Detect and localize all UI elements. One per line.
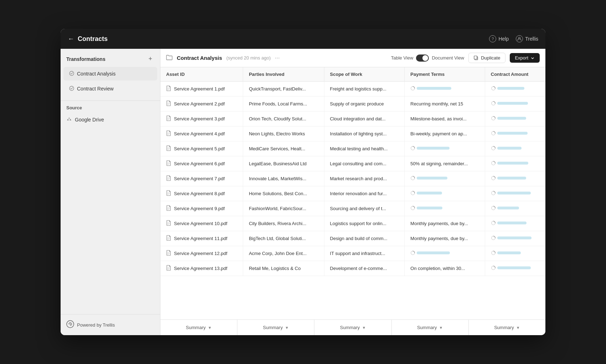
sidebar-item-contract-analysis[interactable]: Contract Analysis ···: [63, 67, 157, 80]
asset-id-text: Service Agreement 7.pdf: [174, 176, 225, 181]
loading-amount: [491, 116, 526, 121]
cell-asset-id: Service Agreement 12.pdf: [160, 246, 243, 261]
summary-scope[interactable]: Summary ▼: [314, 320, 391, 335]
summary-amount[interactable]: Summary ▼: [469, 320, 545, 335]
app-title: Contracts: [78, 35, 108, 43]
user-menu[interactable]: Trellis: [516, 35, 538, 42]
spinner-icon: [410, 250, 415, 255]
loading-payment: [410, 146, 450, 151]
file-icon: [166, 145, 171, 152]
cell-payment: On completion, within 30...: [405, 261, 485, 276]
content-area: Contract Analysis (synced 20 mins ago) ·…: [160, 49, 545, 335]
spinner-icon-amount: [491, 176, 496, 181]
cell-parties: QuickTransport, FastDeliv...: [243, 82, 324, 97]
summary-payment[interactable]: Summary ▼: [392, 320, 469, 335]
cell-amount: [485, 82, 545, 97]
sidebar-source-google-drive[interactable]: Google Drive: [66, 113, 154, 126]
content-more-button[interactable]: ···: [275, 55, 279, 61]
svg-rect-6: [474, 56, 477, 59]
summary-label-3: Summary: [340, 325, 360, 330]
spinner-icon-amount: [491, 250, 496, 255]
loading-amount: [491, 265, 531, 270]
transformation-icon-2: [69, 86, 74, 92]
table-row[interactable]: Service Agreement 12.pdf Acme Corp, John…: [160, 246, 545, 261]
table-view-label: Table View: [391, 55, 414, 61]
help-icon: ?: [489, 35, 496, 42]
table-row[interactable]: Service Agreement 6.pdf LegalEase, Busin…: [160, 156, 545, 171]
user-icon: [516, 35, 523, 42]
cell-parties: Neon Lights, Electro Works: [243, 126, 324, 141]
cell-parties: MediCare Services, Healt...: [243, 141, 324, 156]
file-icon: [166, 100, 171, 107]
table-container: Asset ID Parties Involved Scope of Work …: [160, 67, 545, 319]
asset-id-text: Service Agreement 1.pdf: [174, 86, 225, 92]
sidebar-item-contract-review[interactable]: Contract Review ···: [63, 82, 157, 95]
content-header: Contract Analysis (synced 20 mins ago) ·…: [160, 49, 545, 67]
content-title: Contract Analysis: [177, 55, 222, 61]
table-row[interactable]: Service Agreement 11.pdf BigTech Ltd, Gl…: [160, 231, 545, 246]
add-transformation-button[interactable]: +: [146, 54, 154, 63]
cell-scope: Legal consulting and com...: [324, 156, 405, 171]
table-row[interactable]: Service Agreement 5.pdf MediCare Service…: [160, 141, 545, 156]
cell-scope: Cloud integration and dat...: [324, 111, 405, 126]
summary-label-4: Summary: [417, 325, 437, 330]
loading-amount: [491, 250, 521, 255]
spinner-icon-amount: [491, 101, 496, 106]
loading-payment: [410, 176, 447, 181]
cell-asset-id: Service Agreement 9.pdf: [160, 201, 243, 216]
nav-left: ← Contracts: [68, 35, 108, 43]
view-toggle: Table View Document View: [391, 54, 464, 62]
back-button[interactable]: ←: [68, 35, 74, 43]
col-parties: Parties Involved: [243, 67, 324, 82]
table-row[interactable]: Service Agreement 13.pdf Retail Me, Logi…: [160, 261, 545, 276]
cell-scope: Medical testing and health...: [324, 141, 405, 156]
summary-parties[interactable]: Summary ▼: [237, 320, 314, 335]
spinner-icon-amount: [491, 206, 496, 210]
contracts-table: Asset ID Parties Involved Scope of Work …: [160, 67, 545, 276]
cell-asset-id: Service Agreement 6.pdf: [160, 156, 243, 171]
file-icon: [166, 190, 171, 197]
table-row[interactable]: Service Agreement 10.pdf City Builders, …: [160, 216, 545, 231]
table-row[interactable]: Service Agreement 9.pdf FashionWorld, Fa…: [160, 201, 545, 216]
cell-parties: FashionWorld, FabricSour...: [243, 201, 324, 216]
cell-amount: [485, 261, 545, 276]
cell-parties: LegalEase, BusinessAid Ltd: [243, 156, 324, 171]
file-icon: [166, 115, 171, 122]
asset-id-text: Service Agreement 11.pdf: [174, 236, 227, 241]
spinner-icon-amount: [491, 116, 496, 121]
cell-asset-id: Service Agreement 5.pdf: [160, 141, 243, 156]
cell-scope: Supply of organic produce: [324, 97, 405, 111]
cell-payment: 50% at signing, remainder...: [405, 156, 485, 171]
table-row[interactable]: Service Agreement 3.pdf Orion Tech, Clou…: [160, 111, 545, 126]
cell-payment: Monthly payments, due by...: [405, 231, 485, 246]
table-row[interactable]: Service Agreement 8.pdf Home Solutions, …: [160, 186, 545, 201]
summary-label-1: Summary: [186, 325, 206, 330]
help-button[interactable]: ? Help: [489, 35, 509, 42]
cell-parties: BigTech Ltd, Global Soluti...: [243, 231, 324, 246]
cell-payment: [405, 171, 485, 186]
table-row[interactable]: Service Agreement 4.pdf Neon Lights, Ele…: [160, 126, 545, 141]
cell-parties: Retail Me, Logistics & Co: [243, 261, 324, 276]
spinner-icon-amount: [491, 235, 496, 240]
summary-asset-id[interactable]: Summary ▼: [160, 320, 237, 335]
table-row[interactable]: Service Agreement 2.pdf Prime Foods, Loc…: [160, 97, 545, 111]
table-row[interactable]: Service Agreement 7.pdf Innovate Labs, M…: [160, 171, 545, 186]
asset-id-text: Service Agreement 6.pdf: [174, 161, 225, 166]
duplicate-button[interactable]: Duplicate: [468, 53, 505, 63]
summary-footer: Summary ▼ Summary ▼ Summary ▼ Summary ▼ …: [160, 319, 545, 335]
view-toggle-switch[interactable]: [416, 54, 429, 62]
cell-asset-id: Service Agreement 8.pdf: [160, 186, 243, 201]
loading-payment: [410, 250, 450, 255]
loading-amount: [491, 101, 528, 106]
spinner-icon-amount: [491, 265, 496, 270]
powered-by-label: Powered by Trellis: [77, 322, 115, 328]
table-row[interactable]: Service Agreement 1.pdf QuickTransport, …: [160, 82, 545, 97]
cell-scope: Freight and logistics supp...: [324, 82, 405, 97]
cell-amount: [485, 231, 545, 246]
export-button[interactable]: Export: [510, 53, 540, 63]
summary-chevron-4: ▼: [439, 326, 443, 330]
cell-amount: [485, 141, 545, 156]
cell-asset-id: Service Agreement 1.pdf: [160, 82, 243, 97]
spinner-icon: [410, 176, 415, 181]
main-body: Transformations + Contract Analysis ···: [61, 49, 545, 335]
